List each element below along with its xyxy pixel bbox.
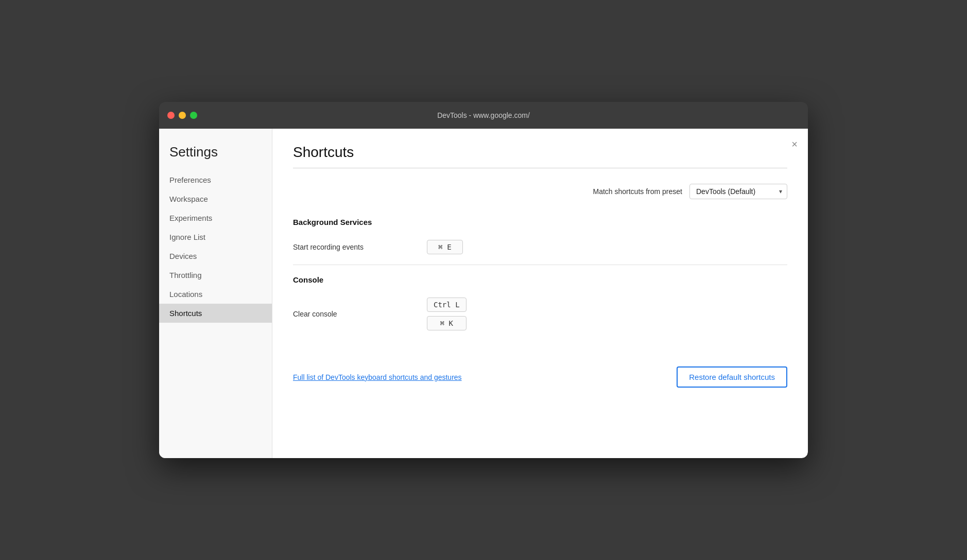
shortcut-keys-clear-console: Ctrl L ⌘ K — [427, 297, 467, 330]
key-badge-cmd-k: ⌘ K — [427, 316, 467, 330]
page-title: Shortcuts — [293, 144, 787, 161]
traffic-lights — [167, 112, 197, 119]
close-traffic-light[interactable] — [167, 112, 175, 119]
devtools-window: DevTools - www.google.com/ Settings Pref… — [159, 102, 808, 458]
restore-default-shortcuts-button[interactable]: Restore default shortcuts — [677, 366, 787, 388]
sidebar-item-experiments[interactable]: Experiments — [159, 208, 272, 227]
shortcut-keys-start-recording: ⌘ E — [427, 240, 463, 254]
window-content: Settings Preferences Workspace Experimen… — [159, 129, 808, 458]
minimize-traffic-light[interactable] — [179, 112, 186, 119]
sidebar-item-throttling[interactable]: Throttling — [159, 266, 272, 285]
key-badge-ctrl-l: Ctrl L — [427, 297, 467, 312]
section-header-background-services: Background Services — [293, 218, 787, 226]
shortcut-name-start-recording: Start recording events — [293, 243, 417, 251]
section-divider-1 — [293, 265, 787, 265]
full-list-link[interactable]: Full list of DevTools keyboard shortcuts… — [293, 373, 462, 381]
sidebar-item-locations[interactable]: Locations — [159, 285, 272, 304]
preset-row: Match shortcuts from preset DevTools (De… — [293, 184, 787, 199]
sidebar-title: Settings — [159, 144, 272, 170]
sidebar-item-shortcuts[interactable]: Shortcuts — [159, 304, 272, 323]
sidebar-item-devices[interactable]: Devices — [159, 247, 272, 266]
sidebar-item-workspace[interactable]: Workspace — [159, 189, 272, 208]
title-divider — [293, 168, 787, 168]
window-title: DevTools - www.google.com/ — [437, 111, 530, 119]
sidebar-item-preferences[interactable]: Preferences — [159, 170, 272, 189]
section-background-services: Background Services Start recording even… — [293, 218, 787, 259]
close-button[interactable]: × — [791, 139, 798, 149]
key-badge-cmd-e: ⌘ E — [427, 240, 463, 254]
footer-row: Full list of DevTools keyboard shortcuts… — [293, 356, 787, 388]
preset-select-wrapper: DevTools (Default) Visual Studio Code ▾ — [689, 184, 787, 199]
section-header-console: Console — [293, 275, 787, 284]
shortcut-row-start-recording: Start recording events ⌘ E — [293, 235, 787, 259]
titlebar: DevTools - www.google.com/ — [159, 102, 808, 129]
shortcut-row-clear-console: Clear console Ctrl L ⌘ K — [293, 292, 787, 336]
sidebar: Settings Preferences Workspace Experimen… — [159, 129, 272, 458]
fullscreen-traffic-light[interactable] — [190, 112, 197, 119]
shortcut-name-clear-console: Clear console — [293, 310, 417, 318]
preset-select[interactable]: DevTools (Default) Visual Studio Code — [689, 184, 787, 199]
main-content: × Shortcuts Match shortcuts from preset … — [272, 129, 808, 458]
sidebar-item-ignore-list[interactable]: Ignore List — [159, 227, 272, 247]
section-console: Console Clear console Ctrl L ⌘ K — [293, 275, 787, 336]
preset-label: Match shortcuts from preset — [593, 187, 682, 196]
